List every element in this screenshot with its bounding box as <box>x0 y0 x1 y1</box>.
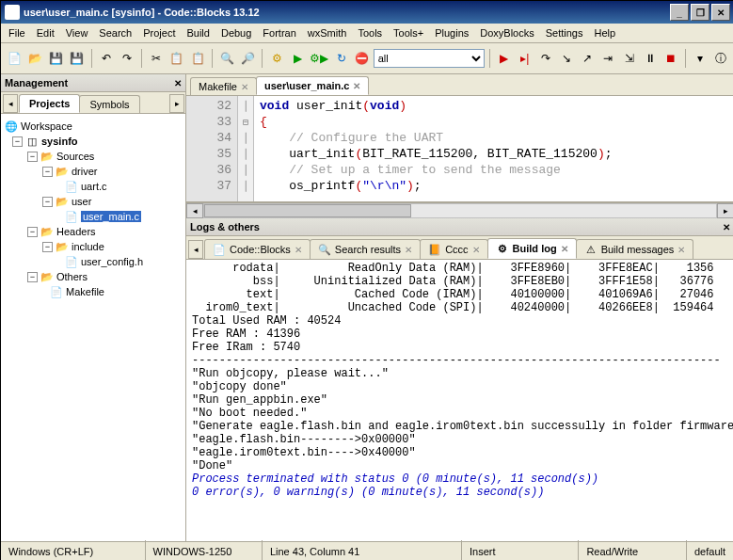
h-file-icon: 📄 <box>65 255 78 268</box>
abort-icon[interactable]: ⛔ <box>353 48 372 69</box>
next-line-icon[interactable]: ↷ <box>536 48 555 69</box>
run-icon[interactable]: ▶ <box>288 48 307 69</box>
scroll-left-icon[interactable]: ◂ <box>186 203 203 218</box>
break-icon[interactable]: ⏸ <box>641 48 660 69</box>
menu-view[interactable]: View <box>60 25 94 40</box>
logs-close-icon[interactable]: ✕ <box>723 222 730 232</box>
cut-icon[interactable]: ✂ <box>147 48 166 69</box>
expand-icon[interactable]: − <box>42 242 53 252</box>
step-into-icon[interactable]: ↘ <box>557 48 576 69</box>
menu-edit[interactable]: Edit <box>31 25 60 40</box>
close-tab-icon[interactable]: ✕ <box>561 244 568 254</box>
new-file-icon[interactable]: 📄 <box>5 48 24 69</box>
run-to-cursor-icon[interactable]: ▸| <box>516 48 534 69</box>
build-target-select[interactable]: all <box>374 49 485 68</box>
build-run-icon[interactable]: ⚙▶ <box>309 48 329 69</box>
status-cursor-pos: Line 43, Column 41 <box>263 540 462 560</box>
tab-projects[interactable]: Projects <box>19 94 80 113</box>
next-instr-icon[interactable]: ⇥ <box>598 48 617 69</box>
undo-icon[interactable]: ↶ <box>96 48 115 69</box>
copy-icon[interactable]: 📋 <box>167 48 186 69</box>
menu-project[interactable]: Project <box>137 25 181 40</box>
menu-tools[interactable]: Tools <box>352 25 388 40</box>
editor-hscrollbar[interactable]: ◂ ▸ <box>186 202 733 218</box>
workspace-icon: 🌐 <box>5 120 18 133</box>
project-icon: ◫ <box>25 135 39 148</box>
log-tab-build-messages[interactable]: ⚠Build messages✕ <box>576 239 694 259</box>
menu-search[interactable]: Search <box>93 25 137 40</box>
maximize-button[interactable]: ❐ <box>691 4 709 21</box>
management-close-icon[interactable]: ✕ <box>174 78 182 88</box>
selected-file[interactable]: user_main.c <box>81 211 141 222</box>
menu-fortran[interactable]: Fortran <box>257 25 301 40</box>
scroll-right-icon[interactable]: ▸ <box>717 203 733 218</box>
menu-toolsplus[interactable]: Tools+ <box>388 25 429 40</box>
main-window: user\user_main.c [sysinfo] - Code::Block… <box>0 0 733 560</box>
close-tab-icon[interactable]: ✕ <box>241 82 248 92</box>
scroll-thumb[interactable] <box>204 204 411 217</box>
fold-gutter[interactable]: │⊟││││ <box>238 96 254 201</box>
log-tab-search-results[interactable]: 🔍Search results✕ <box>310 239 421 259</box>
folder-icon: 📂 <box>40 270 54 283</box>
find-icon[interactable]: 🔍 <box>217 48 236 69</box>
menu-doxyblocks[interactable]: DoxyBlocks <box>474 25 539 40</box>
expand-icon[interactable]: − <box>12 136 23 147</box>
management-header: Management ✕ <box>1 74 185 92</box>
expand-icon[interactable]: − <box>27 227 38 237</box>
menu-plugins[interactable]: Plugins <box>429 25 474 40</box>
close-tab-icon[interactable]: ✕ <box>405 245 412 255</box>
step-out-icon[interactable]: ↗ <box>578 48 597 69</box>
log-tab-build-log[interactable]: ⚙Build log✕ <box>487 238 577 259</box>
close-tab-icon[interactable]: ✕ <box>677 245 685 255</box>
tab-icon: 📙 <box>428 243 441 256</box>
save-all-icon[interactable]: 💾 <box>67 48 86 69</box>
project-tree[interactable]: 🌐Workspace −◫sysinfo −📂Sources −📂driver … <box>1 114 185 541</box>
status-insert: Insert <box>462 540 579 560</box>
menu-wxsmith[interactable]: wxSmith <box>302 25 353 40</box>
menubar: FileEditViewSearchProjectBuildDebugFortr… <box>1 24 733 43</box>
menu-help[interactable]: Help <box>588 25 621 40</box>
menu-debug[interactable]: Debug <box>215 25 257 40</box>
menu-file[interactable]: File <box>3 25 31 40</box>
rebuild-icon[interactable]: ↻ <box>331 48 350 69</box>
tab-scroll-right-icon[interactable]: ▸ <box>169 94 184 113</box>
close-tab-icon[interactable]: ✕ <box>472 245 480 255</box>
folder-icon: 📂 <box>40 225 54 238</box>
expand-icon[interactable]: − <box>27 152 38 162</box>
editor-tab-makefile[interactable]: Makefile✕ <box>190 77 257 95</box>
step-into-instr-icon[interactable]: ⇲ <box>620 48 639 69</box>
tab-symbols[interactable]: Symbols <box>79 95 139 113</box>
titlebar: user\user_main.c [sysinfo] - Code::Block… <box>1 1 733 24</box>
tab-scroll-left-icon[interactable]: ◂ <box>188 240 203 259</box>
log-tab-code-blocks[interactable]: 📄Code::Blocks✕ <box>204 239 311 259</box>
paste-icon[interactable]: 📋 <box>188 48 207 69</box>
info-icon[interactable]: ⓘ <box>711 48 730 69</box>
line-gutter: 323334353637 <box>186 96 238 201</box>
expand-icon[interactable]: − <box>27 272 38 282</box>
code-editor[interactable]: 323334353637 │⊟││││ void user_init(void)… <box>186 96 733 202</box>
expand-icon[interactable]: − <box>42 167 53 177</box>
close-button[interactable]: ✕ <box>711 4 730 21</box>
log-tab-cccc[interactable]: 📙Cccc✕ <box>420 239 487 259</box>
editor-tab-user-main[interactable]: user\user_main.c✕ <box>256 76 370 95</box>
window-title: user\user_main.c [sysinfo] - Code::Block… <box>24 7 260 18</box>
build-log-body[interactable]: rodata| ReadOnly Data (RAM)| 3FFE8960| 3… <box>186 260 733 541</box>
minimize-button[interactable]: _ <box>670 4 689 21</box>
close-tab-icon[interactable]: ✕ <box>295 245 302 255</box>
save-icon[interactable]: 💾 <box>46 48 65 69</box>
open-icon[interactable]: 📂 <box>25 48 44 69</box>
tab-scroll-left-icon[interactable]: ◂ <box>3 94 18 113</box>
debug-continue-icon[interactable]: ▶ <box>495 48 514 69</box>
menu-settings[interactable]: Settings <box>540 25 589 40</box>
menu-build[interactable]: Build <box>181 25 215 40</box>
stop-debug-icon[interactable]: ⏹ <box>661 48 680 69</box>
close-tab-icon[interactable]: ✕ <box>353 81 360 91</box>
error-summary: 0 error(s), 0 warning(s) (0 minute(s), 1… <box>192 486 544 499</box>
replace-icon[interactable]: 🔎 <box>238 48 257 69</box>
status-eol: Windows (CR+LF) <box>1 540 146 560</box>
redo-icon[interactable]: ↷ <box>118 48 136 69</box>
expand-icon[interactable]: − <box>42 197 53 207</box>
code-area[interactable]: void user_init(void) { // Configure the … <box>254 96 733 201</box>
debug-windows-icon[interactable]: ▾ <box>691 48 709 69</box>
build-icon[interactable]: ⚙ <box>267 48 286 69</box>
